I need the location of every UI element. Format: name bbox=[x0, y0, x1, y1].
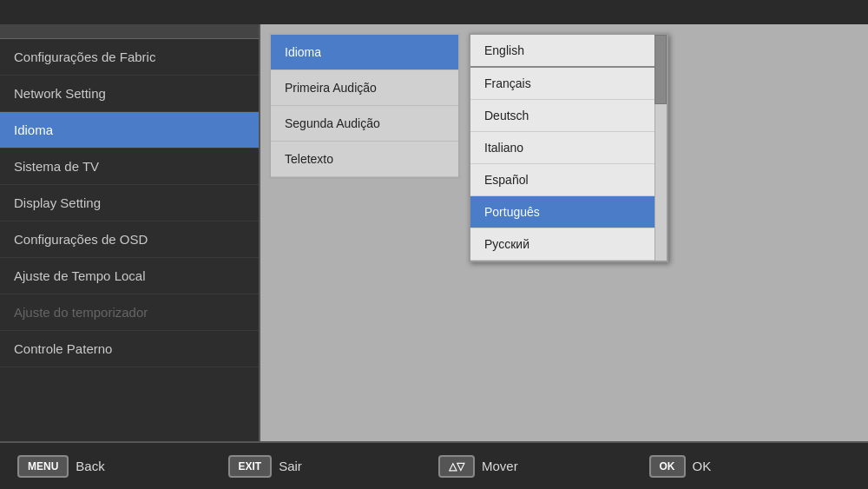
sidebar-item-network-setting[interactable]: Network Setting bbox=[0, 76, 259, 112]
bottom-bar: MENUBackEXITSair△▽MoverOKOK bbox=[0, 441, 868, 489]
lang-item-russian[interactable]: Русский bbox=[470, 228, 658, 261]
top-bar bbox=[0, 0, 868, 24]
sidebar-item-configuracoes-osd[interactable]: Configurações de OSD bbox=[0, 221, 259, 258]
btn-key-exit-sair: EXIT bbox=[228, 455, 273, 478]
submenu-item-teletexto[interactable]: Teletexto bbox=[271, 142, 458, 177]
btn-label-ok-confirm: OK bbox=[693, 459, 712, 473]
lang-item-italiano[interactable]: Italiano bbox=[470, 132, 658, 164]
sidebar-item-controle-paterno[interactable]: Controle Paterno bbox=[0, 331, 259, 367]
btn-key-nav-mover: △▽ bbox=[438, 455, 475, 478]
sidebar-item-idioma[interactable]: Idioma bbox=[0, 112, 259, 149]
screen: Configurações de FabricNetwork SettingId… bbox=[0, 0, 868, 489]
bottom-btn-menu-back[interactable]: MENUBack bbox=[17, 455, 220, 478]
main-content: Configurações de FabricNetwork SettingId… bbox=[0, 24, 868, 441]
lang-list: EnglishFrançaisDeutschItalianoEspañolPor… bbox=[470, 35, 658, 261]
btn-key-ok-confirm: OK bbox=[649, 455, 686, 478]
lang-item-english[interactable]: English bbox=[470, 35, 658, 68]
bottom-buttons: MENUBackEXITSair△▽MoverOKOK bbox=[17, 455, 851, 478]
sidebar-item-configuracoes-fabric[interactable]: Configurações de Fabric bbox=[0, 39, 259, 76]
sidebar-items: Configurações de FabricNetwork SettingId… bbox=[0, 39, 259, 367]
dropdown-wrapper: EnglishFrançaisDeutschItalianoEspañolPor… bbox=[470, 35, 667, 261]
scrollbar[interactable] bbox=[654, 35, 667, 261]
sidebar: Configurações de FabricNetwork SettingId… bbox=[0, 24, 260, 441]
right-panel: IdiomaPrimeira AudiçãoSegunda AudiçãoTel… bbox=[260, 24, 868, 441]
language-dropdown[interactable]: EnglishFrançaisDeutschItalianoEspañolPor… bbox=[469, 33, 668, 262]
sidebar-item-display-setting[interactable]: Display Setting bbox=[0, 185, 259, 221]
submenu-item-segunda-audicao[interactable]: Segunda Audição bbox=[271, 106, 458, 142]
submenu-item-idioma[interactable]: Idioma bbox=[271, 35, 458, 70]
lang-item-portugues[interactable]: Português bbox=[470, 196, 658, 228]
scrollbar-thumb[interactable] bbox=[654, 35, 667, 104]
btn-label-menu-back: Back bbox=[76, 459, 104, 473]
sidebar-item-sistema-de-tv[interactable]: Sistema de TV bbox=[0, 149, 259, 185]
sidebar-item-ajuste-temporizador: Ajuste do temporizador bbox=[0, 294, 259, 331]
bottom-btn-ok-confirm[interactable]: OKOK bbox=[649, 455, 852, 478]
btn-key-menu-back: MENU bbox=[17, 455, 69, 478]
submenu-items: IdiomaPrimeira AudiçãoSegunda AudiçãoTel… bbox=[271, 35, 458, 177]
submenu-item-primeira-audicao[interactable]: Primeira Audição bbox=[271, 70, 458, 106]
btn-label-exit-sair: Sair bbox=[279, 459, 302, 473]
submenu: IdiomaPrimeira AudiçãoSegunda AudiçãoTel… bbox=[269, 33, 460, 179]
btn-label-nav-mover: Mover bbox=[482, 459, 518, 473]
lang-item-deutsch[interactable]: Deutsch bbox=[470, 100, 658, 132]
bottom-btn-exit-sair[interactable]: EXITSair bbox=[228, 455, 431, 478]
sidebar-item-ajuste-tempo-local[interactable]: Ajuste de Tempo Local bbox=[0, 258, 259, 294]
bottom-btn-nav-mover[interactable]: △▽Mover bbox=[438, 455, 641, 478]
lang-item-francais[interactable]: Français bbox=[470, 68, 658, 100]
lang-item-espanol[interactable]: Español bbox=[470, 164, 658, 196]
sidebar-title bbox=[0, 24, 259, 39]
